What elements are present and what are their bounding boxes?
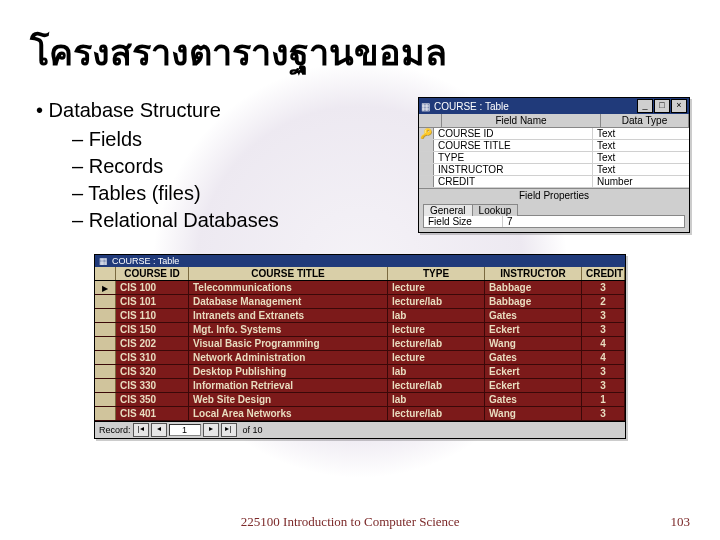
row-selector[interactable] <box>95 351 116 364</box>
design-row[interactable]: TYPEText <box>419 152 689 164</box>
cell-instructor[interactable]: Wang <box>485 337 582 350</box>
nav-position-field[interactable]: 1 <box>169 424 201 436</box>
data-type-cell[interactable]: Text <box>593 164 689 175</box>
data-type-cell[interactable]: Text <box>593 152 689 163</box>
maximize-icon[interactable]: □ <box>654 99 670 113</box>
cell-type[interactable]: lab <box>388 309 485 322</box>
cell-instructor[interactable]: Gates <box>485 351 582 364</box>
design-titlebar[interactable]: ▦ COURSE : Table _ □ × <box>419 98 689 114</box>
datasheet-header-coursetitle[interactable]: COURSE TITLE <box>189 267 388 280</box>
row-selector[interactable] <box>419 176 434 187</box>
cell-instructor[interactable]: Eckert <box>485 365 582 378</box>
row-selector[interactable] <box>95 379 116 392</box>
cell-courseid[interactable]: CIS 202 <box>116 337 189 350</box>
field-name-cell[interactable]: INSTRUCTOR <box>434 164 593 175</box>
table-row[interactable]: CIS 320Desktop PublishinglabEckert3 <box>95 365 625 379</box>
table-row[interactable]: CIS 401Local Area Networkslecture/labWan… <box>95 407 625 421</box>
cell-instructor[interactable]: Eckert <box>485 379 582 392</box>
field-name-cell[interactable]: COURSE ID <box>434 128 593 139</box>
cell-instructor[interactable]: Wang <box>485 407 582 420</box>
cell-coursetitle[interactable]: Desktop Publishing <box>189 365 388 378</box>
cell-courseid[interactable]: CIS 330 <box>116 379 189 392</box>
table-row[interactable]: CIS 150Mgt. Info. SystemslectureEckert3 <box>95 323 625 337</box>
cell-type[interactable]: lab <box>388 393 485 406</box>
cell-type[interactable]: lecture <box>388 323 485 336</box>
design-row[interactable]: COURSE TITLEText <box>419 140 689 152</box>
cell-instructor[interactable]: Eckert <box>485 323 582 336</box>
row-selector[interactable] <box>419 140 434 151</box>
cell-credit[interactable]: 1 <box>582 393 625 406</box>
cell-credit[interactable]: 2 <box>582 295 625 308</box>
cell-coursetitle[interactable]: Mgt. Info. Systems <box>189 323 388 336</box>
cell-type[interactable]: lecture/lab <box>388 407 485 420</box>
data-type-cell[interactable]: Text <box>593 128 689 139</box>
cell-courseid[interactable]: CIS 110 <box>116 309 189 322</box>
cell-courseid[interactable]: CIS 150 <box>116 323 189 336</box>
design-row[interactable]: INSTRUCTORText <box>419 164 689 176</box>
cell-coursetitle[interactable]: Telecommunications <box>189 281 388 294</box>
tab-lookup[interactable]: Lookup <box>472 204 519 216</box>
design-row[interactable]: 🔑COURSE IDText <box>419 128 689 140</box>
cell-instructor[interactable]: Gates <box>485 309 582 322</box>
datasheet-titlebar[interactable]: ▦ COURSE : Table <box>95 255 625 267</box>
cell-type[interactable]: lecture <box>388 281 485 294</box>
field-name-cell[interactable]: CREDIT <box>434 176 593 187</box>
cell-coursetitle[interactable]: Intranets and Extranets <box>189 309 388 322</box>
prop-field-size-value[interactable]: 7 <box>503 216 684 227</box>
cell-coursetitle[interactable]: Network Administration <box>189 351 388 364</box>
row-selector[interactable] <box>419 152 434 163</box>
datasheet-header-courseid[interactable]: COURSE ID <box>116 267 189 280</box>
cell-instructor[interactable]: Gates <box>485 393 582 406</box>
design-row[interactable]: CREDITNumber <box>419 176 689 188</box>
cell-type[interactable]: lab <box>388 365 485 378</box>
cell-coursetitle[interactable]: Database Management <box>189 295 388 308</box>
cell-credit[interactable]: 3 <box>582 365 625 378</box>
cell-credit[interactable]: 4 <box>582 337 625 350</box>
datasheet-header-credit[interactable]: CREDIT <box>582 267 625 280</box>
cell-credit[interactable]: 3 <box>582 407 625 420</box>
nav-prev-icon[interactable]: ◂ <box>151 423 167 437</box>
cell-courseid[interactable]: CIS 350 <box>116 393 189 406</box>
data-type-cell[interactable]: Number <box>593 176 689 187</box>
row-selector[interactable] <box>95 309 116 322</box>
field-name-cell[interactable]: COURSE TITLE <box>434 140 593 151</box>
table-row[interactable]: CIS 110Intranets and ExtranetslabGates3 <box>95 309 625 323</box>
row-selector[interactable] <box>419 164 434 175</box>
cell-credit[interactable]: 3 <box>582 379 625 392</box>
row-selector[interactable] <box>95 407 116 420</box>
row-selector[interactable] <box>95 295 116 308</box>
datasheet-header-select[interactable] <box>95 267 116 280</box>
table-row[interactable]: CIS 202Visual Basic Programminglecture/l… <box>95 337 625 351</box>
row-selector[interactable] <box>95 323 116 336</box>
cell-courseid[interactable]: CIS 100 <box>116 281 189 294</box>
nav-first-icon[interactable]: |◂ <box>133 423 149 437</box>
close-icon[interactable]: × <box>671 99 687 113</box>
row-selector[interactable] <box>95 281 116 294</box>
datasheet-header-instructor[interactable]: INSTRUCTOR <box>485 267 582 280</box>
row-selector[interactable]: 🔑 <box>419 128 434 139</box>
field-name-cell[interactable]: TYPE <box>434 152 593 163</box>
cell-coursetitle[interactable]: Web Site Design <box>189 393 388 406</box>
table-row[interactable]: CIS 101Database Managementlecture/labBab… <box>95 295 625 309</box>
cell-courseid[interactable]: CIS 401 <box>116 407 189 420</box>
nav-next-icon[interactable]: ▸ <box>203 423 219 437</box>
cell-coursetitle[interactable]: Information Retrieval <box>189 379 388 392</box>
cell-type[interactable]: lecture/lab <box>388 379 485 392</box>
row-selector[interactable] <box>95 365 116 378</box>
cell-type[interactable]: lecture <box>388 351 485 364</box>
table-row[interactable]: CIS 310Network AdministrationlectureGate… <box>95 351 625 365</box>
cell-credit[interactable]: 4 <box>582 351 625 364</box>
row-selector[interactable] <box>95 393 116 406</box>
data-type-cell[interactable]: Text <box>593 140 689 151</box>
cell-instructor[interactable]: Babbage <box>485 281 582 294</box>
cell-courseid[interactable]: CIS 310 <box>116 351 189 364</box>
table-row[interactable]: CIS 100TelecommunicationslectureBabbage3 <box>95 281 625 295</box>
cell-credit[interactable]: 3 <box>582 323 625 336</box>
cell-coursetitle[interactable]: Visual Basic Programming <box>189 337 388 350</box>
datasheet-header-type[interactable]: TYPE <box>388 267 485 280</box>
cell-credit[interactable]: 3 <box>582 281 625 294</box>
nav-last-icon[interactable]: ▸| <box>221 423 237 437</box>
cell-courseid[interactable]: CIS 320 <box>116 365 189 378</box>
cell-courseid[interactable]: CIS 101 <box>116 295 189 308</box>
table-row[interactable]: CIS 350Web Site DesignlabGates1 <box>95 393 625 407</box>
